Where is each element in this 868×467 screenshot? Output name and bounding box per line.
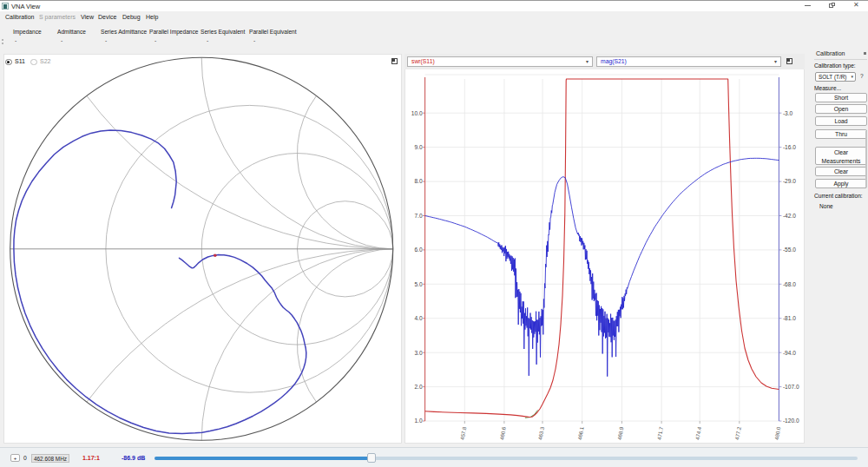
svg-text:466.1: 466.1 (576, 425, 585, 440)
svg-text:2.0: 2.0 (414, 384, 422, 390)
svg-text:457.8: 457.8 (459, 425, 468, 440)
svg-text:10.0: 10.0 (411, 110, 423, 116)
svg-text:5.0: 5.0 (414, 281, 422, 287)
svg-text:-16.0: -16.0 (783, 144, 796, 150)
svg-text:-42.0: -42.0 (783, 213, 796, 219)
svg-text:1.0: 1.0 (414, 418, 422, 424)
svg-text:468.9: 468.9 (616, 425, 625, 440)
svg-text:6.0: 6.0 (414, 247, 422, 253)
svg-text:8.0: 8.0 (414, 178, 422, 184)
svg-text:-120.0: -120.0 (783, 418, 799, 424)
svg-text:480.0: 480.0 (773, 425, 782, 440)
svg-text:-3.0: -3.0 (783, 110, 793, 116)
svg-text:3.0: 3.0 (414, 350, 422, 356)
svg-text:9.0: 9.0 (414, 144, 422, 150)
svg-text:-29.0: -29.0 (783, 178, 796, 184)
svg-text:460.6: 460.6 (498, 425, 507, 440)
svg-text:4.0: 4.0 (414, 315, 422, 321)
svg-text:471.7: 471.7 (656, 425, 665, 440)
svg-text:7.0: 7.0 (414, 213, 422, 219)
svg-text:463.3: 463.3 (536, 425, 545, 440)
svg-text:-68.0: -68.0 (783, 281, 796, 287)
svg-text:474.4: 474.4 (694, 425, 703, 440)
svg-text:-107.0: -107.0 (783, 384, 799, 390)
svg-text:-55.0: -55.0 (783, 247, 796, 253)
svg-text:477.2: 477.2 (733, 425, 742, 440)
svg-text:-94.0: -94.0 (783, 350, 796, 356)
svg-text:-81.0: -81.0 (783, 315, 796, 321)
